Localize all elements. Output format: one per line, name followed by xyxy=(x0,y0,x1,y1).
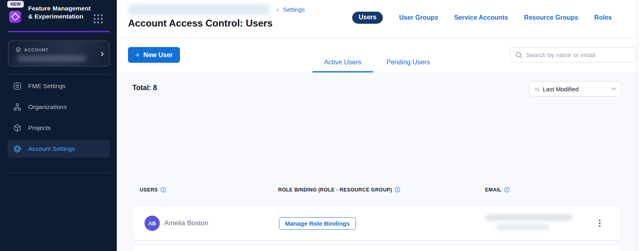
sidebar-nav: FME Settings Organizations xyxy=(8,77,110,158)
brand-divider xyxy=(8,31,110,32)
column-header-label: EMAIL xyxy=(485,187,502,193)
avatar: AB xyxy=(144,216,160,231)
split-logo-icon xyxy=(9,10,22,23)
main-content: › Settings Account Access Control: Users… xyxy=(117,0,637,251)
tab-pending-users[interactable]: Pending Users xyxy=(375,58,442,72)
org-chart-icon xyxy=(13,103,22,111)
sidebar: NEW Feature Management & Experimentation xyxy=(0,0,117,251)
split-outline-icon xyxy=(13,82,22,91)
sidebar-item-projects[interactable]: Projects xyxy=(8,119,110,137)
sidebar-item-fme-settings[interactable]: FME Settings xyxy=(8,77,110,95)
tab-service-accounts[interactable]: Service Accounts xyxy=(454,14,508,21)
access-control-nav: Users User Groups Service Accounts Resou… xyxy=(352,12,612,24)
info-icon[interactable] xyxy=(394,187,400,193)
sidebar-item-label: Projects xyxy=(28,124,51,132)
search-input[interactable] xyxy=(526,51,631,59)
user-list-tabs: Active Users Pending Users xyxy=(312,58,442,72)
tab-resource-groups[interactable]: Resource Groups xyxy=(524,14,578,21)
chevron-down-icon xyxy=(611,87,616,91)
sort-dropdown[interactable]: ↑↓ Last Modified xyxy=(529,81,622,97)
column-header-label: USERS xyxy=(140,187,158,193)
user-list-panel: Total: 8 ↑↓ Last Modified USERS xyxy=(117,73,637,251)
table-header-row: USERS ROLE BINDING (ROLE - RESOURCE GROU… xyxy=(117,187,637,193)
new-user-button-label: New User xyxy=(143,51,173,59)
sort-direction-icon: ↑↓ xyxy=(535,86,539,92)
table-row: CD Cala Dasu Manage Role Bindings xyxy=(132,245,621,251)
product-title: Feature Management & Experimentation xyxy=(28,4,95,21)
toolbar: + New User Active Users Pending Users xyxy=(117,38,637,73)
column-header-email: EMAIL xyxy=(485,187,510,193)
sidebar-item-account-settings[interactable]: Account Settings xyxy=(8,140,110,158)
user-name: Amelia Boston xyxy=(164,219,208,227)
gear-icon xyxy=(13,144,22,153)
sidebar-divider xyxy=(8,74,110,74)
page-title: Account Access Control: Users xyxy=(128,18,272,29)
viewport-right-edge xyxy=(637,0,644,251)
row-menu-kebab-icon[interactable] xyxy=(596,217,604,230)
column-header-label: ROLE BINDING (ROLE - RESOURCE GROUP) xyxy=(278,187,392,193)
breadcrumb-chevron-icon: › xyxy=(277,6,279,13)
sidebar-item-label: Organizations xyxy=(28,103,67,111)
search-icon xyxy=(515,51,522,59)
account-selector[interactable]: ACCOUNT › xyxy=(8,41,109,66)
total-count: Total: 8 xyxy=(132,84,157,92)
tab-active-users[interactable]: Active Users xyxy=(312,58,373,72)
manage-role-bindings-button[interactable]: Manage Role Bindings xyxy=(279,217,356,230)
new-badge: NEW xyxy=(7,1,24,8)
search-box xyxy=(510,47,636,63)
breadcrumb-redacted xyxy=(128,4,270,15)
sidebar-item-label: FME Settings xyxy=(28,82,66,90)
column-header-users: USERS xyxy=(140,187,166,193)
chevron-right-icon: › xyxy=(101,49,104,58)
tab-roles[interactable]: Roles xyxy=(594,14,612,21)
table-row: AB Amelia Boston Manage Role Bindings xyxy=(132,205,621,241)
sidebar-divider xyxy=(8,173,110,173)
tab-user-groups[interactable]: User Groups xyxy=(399,14,438,21)
column-header-role-binding: ROLE BINDING (ROLE - RESOURCE GROUP) xyxy=(278,187,400,193)
sidebar-item-label: Account Settings xyxy=(28,145,75,152)
email-redacted xyxy=(485,215,572,230)
page-header: › Settings Account Access Control: Users… xyxy=(117,0,637,38)
account-label: ACCOUNT xyxy=(24,47,49,52)
sort-dropdown-value: Last Modified xyxy=(543,86,608,93)
breadcrumb-settings-link[interactable]: Settings xyxy=(283,6,305,13)
layers-icon xyxy=(15,47,21,53)
sidebar-item-organizations[interactable]: Organizations xyxy=(8,98,110,116)
page: NEW Feature Management & Experimentation xyxy=(0,0,644,251)
tab-users[interactable]: Users xyxy=(352,12,383,24)
plus-icon: + xyxy=(135,51,140,59)
info-icon[interactable] xyxy=(160,187,166,193)
apps-grid-icon[interactable] xyxy=(93,13,104,25)
cube-icon xyxy=(13,123,22,132)
account-name-redacted xyxy=(17,56,86,61)
info-icon[interactable] xyxy=(504,187,510,193)
new-user-button[interactable]: + New User xyxy=(128,47,180,63)
